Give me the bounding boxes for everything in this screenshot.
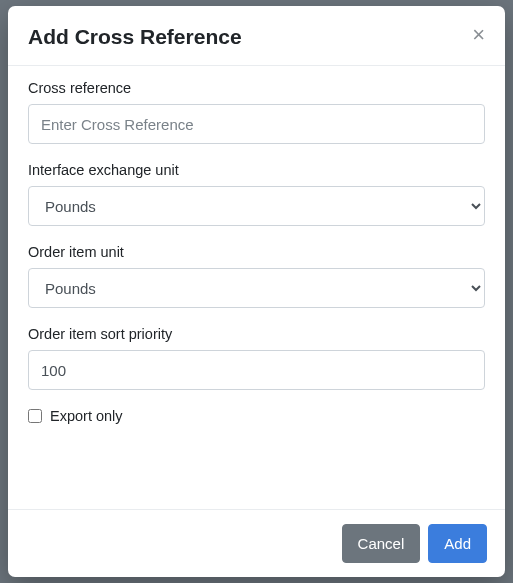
- cross-reference-input[interactable]: [28, 104, 485, 144]
- add-button[interactable]: Add: [428, 524, 487, 563]
- order-unit-label: Order item unit: [28, 244, 485, 260]
- modal-title: Add Cross Reference: [28, 22, 242, 51]
- sort-priority-input[interactable]: [28, 350, 485, 390]
- interface-unit-select[interactable]: Pounds: [28, 186, 485, 226]
- sort-priority-group: Order item sort priority: [28, 326, 485, 390]
- export-only-checkbox[interactable]: [28, 409, 42, 423]
- modal-header: Add Cross Reference ×: [8, 6, 505, 66]
- export-only-group: Export only: [28, 408, 485, 424]
- order-unit-group: Order item unit Pounds: [28, 244, 485, 308]
- cross-reference-group: Cross reference: [28, 80, 485, 144]
- sort-priority-label: Order item sort priority: [28, 326, 485, 342]
- interface-unit-label: Interface exchange unit: [28, 162, 485, 178]
- cancel-button[interactable]: Cancel: [342, 524, 421, 563]
- order-unit-select[interactable]: Pounds: [28, 268, 485, 308]
- export-only-label: Export only: [50, 408, 123, 424]
- modal-backdrop: Add Cross Reference × Cross reference In…: [0, 0, 513, 583]
- interface-unit-group: Interface exchange unit Pounds: [28, 162, 485, 226]
- modal-footer: Cancel Add: [8, 509, 505, 577]
- cross-reference-label: Cross reference: [28, 80, 485, 96]
- close-icon[interactable]: ×: [472, 24, 485, 46]
- modal-body: Cross reference Interface exchange unit …: [8, 66, 505, 509]
- add-cross-reference-modal: Add Cross Reference × Cross reference In…: [8, 6, 505, 577]
